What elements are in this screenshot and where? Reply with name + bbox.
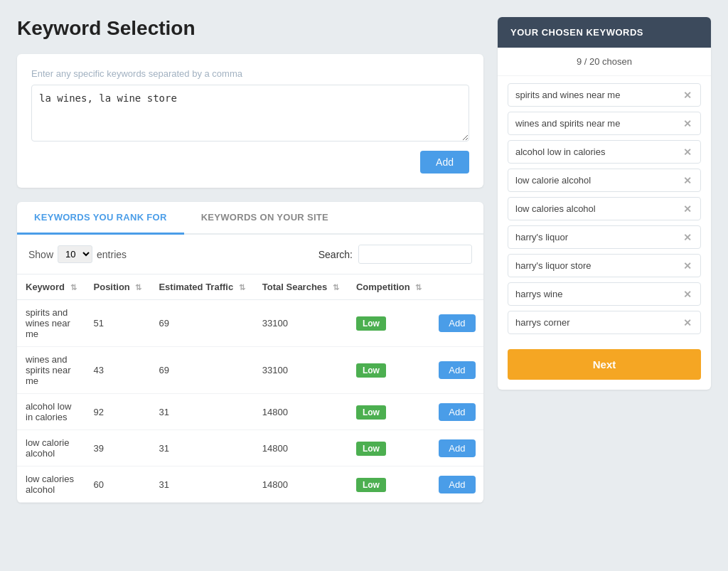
cell-competition: Low [348, 430, 430, 466]
cell-keyword: alcohol low in calories [17, 394, 85, 430]
keyword-tag-label: spirits and wines near me [515, 90, 620, 100]
cell-action: Add [430, 300, 483, 347]
keyword-tag: harrys corner ✕ [508, 311, 701, 334]
sort-icon-searches[interactable]: ⇅ [333, 283, 339, 292]
remove-keyword-button[interactable]: ✕ [682, 119, 693, 129]
cell-keyword: low calories alcohol [17, 466, 85, 503]
col-traffic: Estimated Traffic ⇅ [150, 274, 253, 300]
col-keyword: Keyword ⇅ [17, 274, 85, 300]
row-add-button[interactable]: Add [439, 403, 475, 421]
competition-badge: Low [356, 405, 386, 420]
cell-searches: 33100 [254, 347, 348, 394]
page-title: Keyword Selection [17, 17, 483, 40]
remove-keyword-button[interactable]: ✕ [682, 318, 693, 328]
cell-searches: 14800 [254, 430, 348, 466]
cell-keyword: low calorie alcohol [17, 430, 85, 466]
keyword-tag-label: harrys wine [515, 289, 562, 299]
cell-competition: Low [348, 300, 430, 347]
row-add-button[interactable]: Add [439, 439, 475, 457]
keyword-tag-label: low calorie alcohol [515, 175, 591, 186]
tabs-card: KEYWORDS YOU RANK FOR KEYWORDS ON YOUR S… [17, 202, 483, 503]
tabs-header: KEYWORDS YOU RANK FOR KEYWORDS ON YOUR S… [17, 202, 483, 235]
row-add-button[interactable]: Add [439, 314, 475, 332]
keyword-tag-label: low calories alcohol [515, 203, 596, 214]
keyword-tag-label: harry's liquor [515, 232, 568, 242]
table-row: low calorie alcohol 39 31 14800 Low Add [17, 430, 483, 466]
sort-icon-traffic[interactable]: ⇅ [239, 283, 245, 292]
chosen-keywords-card: YOUR CHOSEN KEYWORDS 9 / 20 chosen spiri… [498, 17, 711, 390]
entries-label: entries [97, 249, 127, 260]
competition-badge: Low [356, 442, 386, 456]
cell-position: 51 [85, 300, 151, 347]
sort-icon-competition[interactable]: ⇅ [415, 283, 422, 292]
cell-position: 39 [85, 430, 151, 466]
keyword-tag: low calories alcohol ✕ [508, 197, 701, 220]
keyword-tag-label: alcohol low in calories [515, 146, 605, 157]
col-position: Position ⇅ [85, 274, 151, 300]
keyword-tag: harrys wine ✕ [508, 282, 701, 306]
remove-keyword-button[interactable]: ✕ [682, 204, 693, 214]
search-label: Search: [318, 249, 353, 260]
sort-icon-position[interactable]: ⇅ [135, 283, 141, 292]
chosen-count: 9 / 20 chosen [498, 48, 711, 76]
next-button[interactable]: Next [508, 349, 701, 380]
table-row: alcohol low in calories 92 31 14800 Low … [17, 394, 483, 430]
chosen-keywords-header: YOUR CHOSEN KEYWORDS [498, 17, 711, 48]
cell-competition: Low [348, 394, 430, 430]
sort-icon-keyword[interactable]: ⇅ [70, 283, 77, 292]
competition-badge: Low [356, 478, 386, 492]
col-action [430, 274, 483, 300]
keyword-tag: low calorie alcohol ✕ [508, 169, 701, 192]
add-keyword-button[interactable]: Add [420, 151, 469, 174]
table-search-input[interactable] [358, 245, 472, 264]
search-group: Search: [318, 245, 472, 264]
cell-position: 92 [85, 394, 151, 430]
cell-traffic: 31 [150, 394, 253, 430]
cell-traffic: 69 [150, 347, 253, 394]
cell-position: 60 [85, 466, 151, 503]
keyword-tag: harry's liquor store ✕ [508, 254, 701, 277]
cell-searches: 14800 [254, 466, 348, 503]
keyword-tag-label: harry's liquor store [515, 260, 592, 271]
input-label: Enter any specific keywords separated by… [31, 68, 469, 79]
remove-keyword-button[interactable]: ✕ [682, 147, 693, 157]
remove-keyword-button[interactable]: ✕ [682, 176, 693, 186]
remove-keyword-button[interactable]: ✕ [682, 261, 693, 271]
keyword-textarea[interactable]: la wines, la wine store [31, 85, 469, 142]
tab-keywords-site[interactable]: KEYWORDS ON YOUR SITE [184, 202, 346, 235]
show-label: Show [28, 249, 53, 260]
col-competition: Competition ⇅ [348, 274, 430, 300]
remove-keyword-button[interactable]: ✕ [682, 233, 693, 242]
cell-traffic: 31 [150, 430, 253, 466]
cell-action: Add [430, 466, 483, 503]
cell-competition: Low [348, 466, 430, 503]
table-row: low calories alcohol 60 31 14800 Low Add [17, 466, 483, 503]
cell-action: Add [430, 394, 483, 430]
cell-searches: 14800 [254, 394, 348, 430]
keyword-input-card: Enter any specific keywords separated by… [17, 54, 483, 188]
table-row: wines and spirits near me 43 69 33100 Lo… [17, 347, 483, 394]
row-add-button[interactable]: Add [439, 361, 475, 379]
cell-action: Add [430, 347, 483, 394]
keyword-tag: harry's liquor ✕ [508, 225, 701, 249]
remove-keyword-button[interactable]: ✕ [682, 289, 693, 299]
cell-action: Add [430, 430, 483, 466]
table-row: spirits and wines near me 51 69 33100 Lo… [17, 300, 483, 347]
keyword-tag-label: wines and spirits near me [515, 118, 620, 129]
cell-competition: Low [348, 347, 430, 394]
table-controls: Show 10 25 50 entries Search: [17, 235, 483, 274]
cell-traffic: 69 [150, 300, 253, 347]
keyword-tag-label: harrys corner [515, 317, 570, 328]
tab-keywords-rank[interactable]: KEYWORDS YOU RANK FOR [17, 202, 184, 235]
entries-select[interactable]: 10 25 50 [58, 245, 92, 263]
keywords-table: Keyword ⇅ Position ⇅ Estimated Traffic ⇅… [17, 274, 483, 503]
keyword-tag: wines and spirits near me ✕ [508, 112, 701, 135]
col-searches: Total Searches ⇅ [254, 274, 348, 300]
row-add-button[interactable]: Add [439, 476, 475, 493]
cell-keyword: spirits and wines near me [17, 300, 85, 347]
remove-keyword-button[interactable]: ✕ [682, 90, 693, 100]
keyword-tag: spirits and wines near me ✕ [508, 83, 701, 107]
show-entries-group: Show 10 25 50 entries [28, 245, 127, 263]
sidebar-panel: YOUR CHOSEN KEYWORDS 9 / 20 chosen spiri… [498, 17, 711, 503]
keyword-tag-list: spirits and wines near me ✕ wines and sp… [498, 76, 711, 346]
